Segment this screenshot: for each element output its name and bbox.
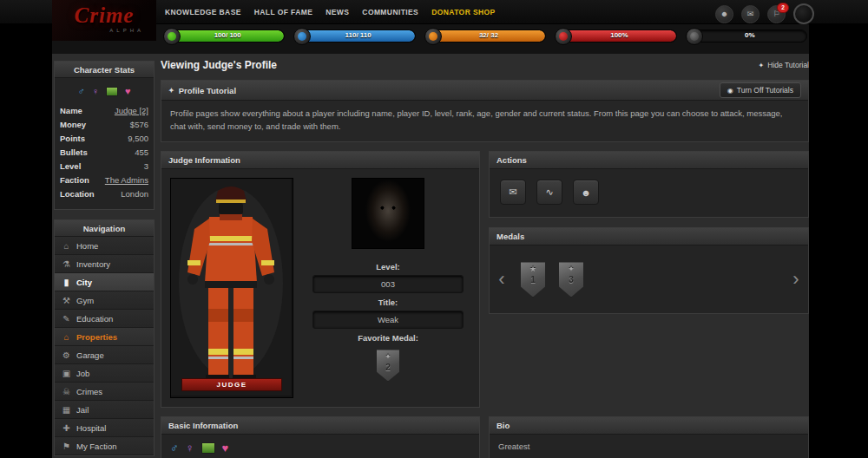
topnav-knowledge-base[interactable]: KNOWLEDGE BASE [165,8,241,16]
column-left-2: Basic Information ♂ ♀ ♥ [161,416,480,458]
crimes-icon: ☠ [62,387,71,396]
carousel-next-icon[interactable]: › [791,270,801,289]
stat-row-level: Level 3 [60,160,148,173]
star-medal-icon: ★ [529,264,536,275]
nav-label: Home [76,241,98,251]
stat-label: Name [60,104,82,118]
faction-icon: ⚑ [62,442,71,451]
panel-navigation: Navigation ⌂ Home ⚗ Inventory ▮ City ⚒ G… [54,219,155,456]
column-right-2: Bio Greatest [489,416,809,458]
nav-label: Hospital [76,423,106,433]
medal-item[interactable]: ★ 1 [521,262,545,297]
nav-label: City [76,278,92,287]
hospital-icon: ✚ [62,423,71,433]
sidebar-item-gym[interactable]: ⚒ Gym [55,291,154,310]
stat-label: Location [60,187,95,201]
medals-header: Medals [490,228,808,245]
stat-row-money: Money $576 [60,118,148,132]
mail-button[interactable]: ✉ [741,5,760,23]
nav-label: Crimes [76,387,102,396]
actions-header: Actions [490,152,808,169]
topnav-hall-of-fame[interactable]: HALL OF FAME [254,8,312,16]
topnav: KNOWLEDGE BASE HALL OF FAME NEWS COMMUNI… [165,0,496,23]
lightbulb-icon: ✦ [759,62,765,69]
topnav-news[interactable]: NEWS [326,8,349,16]
send-message-button[interactable]: ✉ [500,180,526,205]
content-row-1: Judge Information [161,151,809,408]
nav-label: Jail [76,405,89,415]
logo[interactable]: Crime ALPHA [52,0,156,41]
character-nameplate: JUDGE [181,378,282,391]
stat-label: Money [60,118,86,132]
tutorial-header: ✦ Profile Tutorial ◉ Turn Off Tutorials [161,81,808,101]
medal-item[interactable]: ✦ 3 [559,262,583,297]
sidebar-item-my-faction[interactable]: ⚑ My Faction [55,437,154,455]
add-contact-button[interactable]: ☻ [573,180,599,205]
sidebar-item-crimes[interactable]: ☠ Crimes [55,383,154,401]
nav-label: Gym [76,296,94,305]
health-bar: 100/ 100 [163,29,285,43]
medal-number: 3 [569,275,574,285]
alerts-button[interactable]: ⚐ 2 [767,5,786,23]
stat-value: 3 [144,160,148,173]
turn-off-tutorials-button[interactable]: ◉ Turn Off Tutorials [720,82,801,98]
bar-value: 110/ 110 [300,29,415,41]
user-avatar[interactable] [793,3,814,24]
sidebar-item-inventory[interactable]: ⚗ Inventory [55,255,154,273]
player-stats-button[interactable]: ∿ [536,180,562,205]
character-stats-header: Character Stats [55,62,154,78]
power-icon: ◉ [727,87,733,95]
column-right: Actions ✉ ∿ ☻ Medals [489,151,809,314]
judge-information-header: Judge Information [161,152,479,169]
sidebar-item-city[interactable]: ▮ City [55,273,154,291]
page-title: Viewing Judge's Profile [161,59,277,71]
nav-label: Properties [76,332,117,342]
job-icon: ▣ [62,369,71,378]
character-stats-table: Name Judge [2] Money $576 Points 9,500 B… [55,101,154,209]
topnav-communities[interactable]: COMMUNITIES [362,8,418,16]
profile-button[interactable]: ☻ [715,5,733,23]
column-left: Judge Information [161,151,480,408]
tutorial-title-wrap: ✦ Profile Tutorial [168,86,236,95]
sidebar-item-home[interactable]: ⌂ Home [55,237,154,255]
faction-link[interactable]: The Admins [105,173,148,187]
title-label: Title: [378,298,398,307]
stat-label: Bullets [60,146,88,160]
player-name-link[interactable]: Judge [2] [115,104,148,118]
sidebar-item-properties[interactable]: ⌂ Properties [55,328,154,346]
hide-tutorial-button[interactable]: ✦ Hide Tutorial [759,61,809,69]
judge-details: Level: 003 Title: Weak Favorite Medal: ✦… [306,178,470,398]
panel-medals: Medals ‹ ★ 1 ✦ 3 › [489,227,809,314]
bar-value: 32/ 32 [431,29,546,41]
medal-number: 1 [530,275,536,285]
panel-character-stats: Character Stats ♂ ♀ ♥ Name Judge [2] Mon… [54,61,155,210]
sidebar-item-education[interactable]: ✎ Education [55,310,154,328]
tutorial-title: Profile Tutorial [179,86,236,95]
nerve-bar: 32/ 32 [424,29,546,43]
sidebar-item-jail[interactable]: ▦ Jail [55,401,154,419]
level-label: Level: [376,262,399,272]
actions-body: ✉ ∿ ☻ [490,169,808,217]
navigation-list: ⌂ Home ⚗ Inventory ▮ City ⚒ Gym ✎ Educ [55,237,154,455]
alerts-badge: 2 [777,3,789,13]
nav-label: Job [76,369,89,378]
bar-value: 100/ 100 [170,29,285,41]
add-contact-icon: ☻ [581,187,591,198]
sidebar: Character Stats ♂ ♀ ♥ Name Judge [2] Mon… [54,61,155,456]
heart-icon: ♥ [222,442,229,455]
properties-icon: ⌂ [62,332,71,342]
sidebar-item-hospital[interactable]: ✚ Hospital [55,419,154,437]
status-bars: 100/ 100 110/ 110 32/ 32 100% 0% [163,29,807,46]
heart-icon: ♥ [125,86,131,96]
logo-title: Crime [52,0,156,31]
sidebar-item-job[interactable]: ▣ Job [55,364,154,383]
topnav-donator-shop[interactable]: DONATOR SHOP [431,8,495,16]
carousel-prev-icon[interactable]: ‹ [496,270,507,289]
judge-information-body: JUDGE Level: 003 Title: Weak Favorite Me… [161,169,479,407]
stat-row-points: Points 9,500 [60,132,148,146]
character-status-icons: ♂ ♀ ♥ [55,78,154,101]
stat-value: 455 [135,146,148,160]
panel-actions: Actions ✉ ∿ ☻ [489,151,809,218]
sidebar-item-garage[interactable]: ⚙ Garage [55,346,154,364]
female-icon: ♀ [92,86,99,96]
